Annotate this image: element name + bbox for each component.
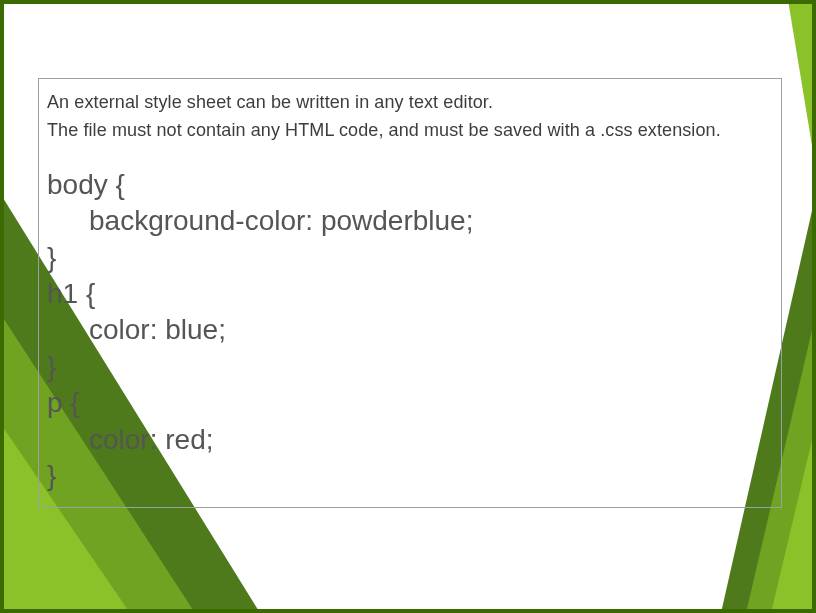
code-line: }: [47, 240, 771, 276]
code-line: body {: [47, 167, 771, 203]
code-line: }: [47, 458, 771, 494]
code-line: background-color: powderblue;: [47, 203, 771, 239]
code-line: p {: [47, 385, 771, 421]
slide: An external style sheet can be written i…: [4, 4, 812, 609]
code-line: color: red;: [47, 422, 771, 458]
intro-line-1: An external style sheet can be written i…: [47, 89, 771, 117]
intro-line-2: The file must not contain any HTML code,…: [47, 117, 771, 145]
slide-frame: An external style sheet can be written i…: [0, 0, 816, 613]
code-line: }: [47, 349, 771, 385]
content-box: An external style sheet can be written i…: [38, 78, 782, 508]
code-line: color: blue;: [47, 312, 771, 348]
code-line: h1 {: [47, 276, 771, 312]
css-code-block: body { background-color: powderblue; } h…: [47, 167, 771, 495]
decor-triangle-tr: [788, 4, 812, 170]
